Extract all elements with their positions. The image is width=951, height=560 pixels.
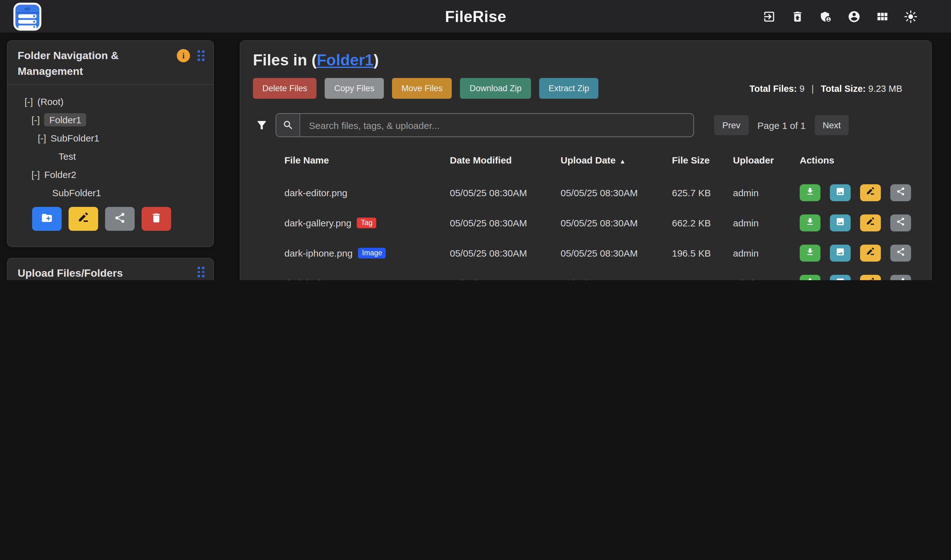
download-button[interactable]: [800, 244, 820, 261]
share-icon: [114, 212, 126, 226]
preview-image-button[interactable]: [830, 244, 851, 261]
search-icon[interactable]: [276, 114, 300, 137]
rename-folder-button[interactable]: [69, 207, 98, 231]
search-input[interactable]: [300, 114, 694, 137]
delete-files-button[interactable]: Delete Files: [253, 78, 317, 99]
account-icon[interactable]: [848, 10, 861, 23]
info-icon[interactable]: i: [177, 49, 190, 62]
file-tag-badge: Tag: [357, 217, 376, 228]
file-name[interactable]: dark-login.png: [284, 278, 344, 280]
light-mode-icon[interactable]: [904, 10, 917, 23]
image-icon: [835, 247, 845, 258]
files-title-prefix: Files in (: [253, 51, 317, 69]
download-button[interactable]: [800, 184, 820, 201]
upload-date: 05/05/25 08:30AM: [561, 187, 672, 198]
folder-action-buttons: [8, 202, 213, 231]
total-size-label: Total Size:: [821, 83, 866, 93]
preview-image-button[interactable]: [830, 214, 851, 231]
totals-summary: Total Files: 9 | Total Size: 9.23 MB: [749, 83, 902, 93]
row-actions: [800, 274, 919, 280]
create-folder-button[interactable]: [32, 207, 62, 231]
extract-zip-button[interactable]: Extract Zip: [539, 78, 599, 99]
top-icon-group: [763, 0, 917, 33]
file-name[interactable]: dark-gallery.png: [284, 217, 351, 228]
prev-page-button[interactable]: Prev: [714, 115, 749, 135]
share-button[interactable]: [890, 214, 911, 231]
col-header-uploader[interactable]: Uploader: [733, 154, 800, 165]
total-files-label: Total Files:: [749, 83, 797, 93]
drag-handle-icon[interactable]: [197, 267, 205, 277]
table-row: dark-gallery.pngTag05/05/25 08:30AM05/05…: [253, 208, 919, 238]
logout-icon[interactable]: [763, 10, 776, 23]
file-tag-badge: Image: [358, 248, 386, 258]
filter-icon[interactable]: [256, 119, 268, 131]
tree-item-root[interactable]: [-](Root): [8, 92, 213, 111]
col-header-file-name[interactable]: File Name: [284, 154, 450, 165]
page-info: Page 1 of 1: [758, 120, 806, 131]
table-row: dark-iphone.pngImage05/05/25 08:30AM05/0…: [253, 238, 919, 268]
file-name[interactable]: dark-editor.png: [284, 187, 347, 198]
share-button[interactable]: [890, 244, 911, 261]
tree-collapse-toggle[interactable]: [-]: [25, 96, 33, 107]
next-page-button[interactable]: Next: [814, 115, 849, 135]
tree-collapse-toggle[interactable]: [-]: [31, 114, 40, 125]
image-icon: [835, 187, 845, 198]
share-folder-button[interactable]: [105, 207, 135, 231]
file-name[interactable]: dark-iphone.png: [284, 248, 353, 258]
share-button[interactable]: [890, 184, 911, 201]
col-header-upload-date[interactable]: Upload Date▲: [561, 154, 672, 165]
tree-item-label: Test: [59, 151, 76, 162]
admin-shield-icon[interactable]: [819, 10, 832, 23]
col-header-date-modified[interactable]: Date Modified: [450, 154, 561, 165]
files-toolbar: Delete FilesCopy FilesMove FilesDownload…: [253, 78, 919, 99]
drag-handle-icon[interactable]: [197, 51, 205, 61]
download-icon: [805, 187, 815, 198]
table-header-row: File Name Date Modified Upload Date▲ Fil…: [253, 152, 919, 167]
download-icon: [805, 247, 815, 258]
col-header-file-size[interactable]: File Size: [672, 154, 733, 165]
apps-grid-icon[interactable]: [876, 10, 889, 23]
trash-icon: [150, 212, 162, 226]
tree-collapse-toggle[interactable]: [-]: [31, 169, 40, 180]
restore-trash-icon[interactable]: [791, 10, 804, 23]
download-button[interactable]: [800, 274, 820, 280]
file-table-body: dark-editor.png05/05/25 08:30AM05/05/25 …: [253, 177, 919, 280]
download-zip-button[interactable]: Download Zip: [460, 78, 531, 99]
upload-date: 05/05/25 08:30AM: [561, 278, 672, 280]
tree-item-folder1[interactable]: [-]Folder1: [8, 111, 213, 129]
folder-tree: [-](Root)[-]Folder1[-]SubFolder1Test[-]F…: [8, 85, 213, 202]
pencil-icon: [866, 247, 875, 258]
top-bar: FileRise: [0, 0, 951, 33]
preview-image-button[interactable]: [830, 184, 851, 201]
rename-button[interactable]: [860, 214, 881, 231]
share-button[interactable]: [890, 274, 911, 280]
file-size: 146.0 KB: [672, 278, 733, 280]
uploader: admin: [733, 217, 800, 228]
file-size: 196.5 KB: [672, 248, 733, 258]
rename-button[interactable]: [860, 244, 881, 261]
date-modified: 05/05/25 08:30AM: [450, 187, 561, 198]
tree-item-subfolder1[interactable]: [-]SubFolder1: [8, 129, 213, 147]
tree-item-folder2[interactable]: [-]Folder2: [8, 165, 213, 184]
rename-button[interactable]: [860, 184, 881, 201]
tree-collapse-toggle[interactable]: [-]: [38, 133, 46, 143]
tree-item-subfolder1[interactable]: SubFolder1: [8, 184, 213, 202]
pencil-icon: [866, 187, 875, 198]
files-title: Files in (Folder1): [253, 50, 919, 70]
download-button[interactable]: [800, 214, 820, 231]
rename-button[interactable]: [860, 274, 881, 280]
share-icon: [896, 247, 905, 258]
pencil-icon: [77, 212, 89, 226]
current-folder-link[interactable]: Folder1: [317, 51, 374, 69]
preview-image-button[interactable]: [830, 274, 851, 280]
upload-header: Upload Files/Folders: [8, 258, 213, 280]
folder-nav-header: Folder Navigation & Management i: [8, 41, 213, 85]
date-modified: 05/05/25 08:30AM: [450, 217, 561, 228]
upload-date: 05/05/25 08:30AM: [561, 217, 672, 228]
delete-folder-button[interactable]: [142, 207, 171, 231]
folder-plus-icon: [41, 212, 53, 226]
tree-item-test[interactable]: Test: [8, 147, 213, 165]
move-files-button[interactable]: Move Files: [392, 78, 452, 99]
copy-files-button[interactable]: Copy Files: [325, 78, 384, 99]
files-panel: Files in (Folder1) Delete FilesCopy File…: [240, 40, 932, 280]
